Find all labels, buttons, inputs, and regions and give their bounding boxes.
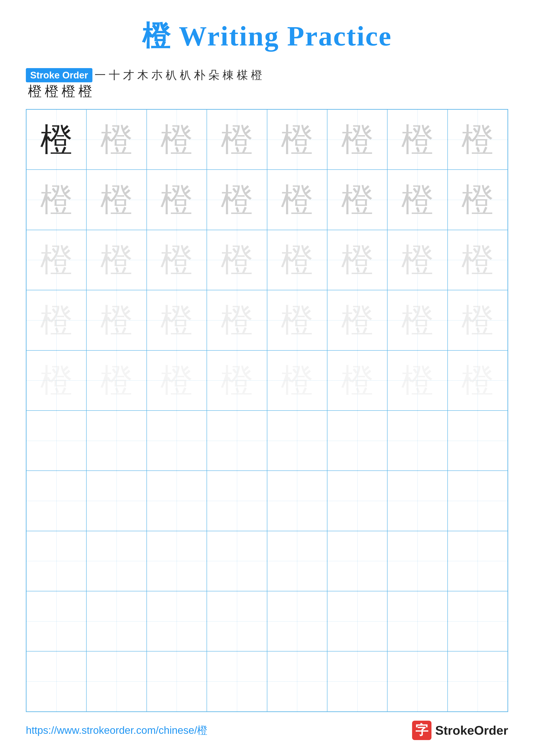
stroke-s6: 朳	[165, 69, 177, 81]
grid-cell: 橙	[327, 170, 387, 230]
grid-cell	[87, 651, 146, 712]
grid-cell: 橙	[147, 109, 207, 170]
practice-char: 橙	[100, 123, 133, 156]
grid-cell: 橙	[87, 350, 146, 411]
practice-char: 橙	[221, 184, 253, 216]
grid-cell: 橙	[207, 230, 267, 290]
stroke-r2-2: 橙	[45, 85, 59, 98]
grid-cell	[447, 471, 508, 531]
grid-cell: 橙	[147, 290, 207, 350]
practice-char: 橙	[100, 244, 133, 276]
practice-char: 橙	[40, 304, 73, 337]
practice-char: 橙	[161, 184, 193, 216]
grid-cell	[207, 651, 267, 712]
grid-cell	[207, 471, 267, 531]
grid-cell: 橙	[267, 290, 327, 350]
stroke-order-row2: 橙 橙 橙 橙	[26, 85, 508, 98]
grid-cell	[26, 471, 87, 531]
grid-cell: 橙	[327, 350, 387, 411]
practice-char: 橙	[40, 364, 73, 396]
grid-cell: 橙	[387, 170, 447, 230]
grid-cell: 橙	[207, 170, 267, 230]
practice-char: 橙	[341, 244, 373, 276]
page-title: 橙 Writing Practice	[142, 17, 392, 55]
practice-char: 橙	[461, 184, 494, 216]
grid-cell	[26, 591, 87, 651]
practice-char: 橙	[341, 123, 373, 156]
stroke-s8: 朴	[194, 69, 205, 81]
grid-cell: 橙	[387, 230, 447, 290]
logo-icon: 字	[412, 721, 431, 740]
grid-cell	[207, 531, 267, 591]
grid-cell: 橙	[447, 290, 508, 350]
grid-cell: 橙	[207, 290, 267, 350]
grid-cell	[26, 411, 87, 471]
grid-cell	[327, 531, 387, 591]
stroke-order-section: Stroke Order 一 十 才 木 朩 朳 朳 朴 朵 棟 楳 橙 橙 橙…	[26, 68, 508, 98]
grid-cell	[26, 651, 87, 712]
grid-cell: 橙	[147, 170, 207, 230]
grid-cell	[147, 531, 207, 591]
practice-char: 橙	[341, 184, 373, 216]
grid-cell	[87, 471, 146, 531]
grid-cell: 橙	[387, 350, 447, 411]
logo-char: 字	[415, 721, 428, 739]
page: 橙 Writing Practice Stroke Order 一 十 才 木 …	[0, 0, 534, 756]
stroke-s10: 棟	[222, 69, 234, 81]
footer: https://www.strokeorder.com/chinese/橙 字 …	[26, 712, 508, 740]
practice-char: 橙	[461, 364, 494, 396]
grid-cell	[327, 591, 387, 651]
stroke-chars-row1: 一 十 才 木 朩 朳 朳 朴 朵 棟 楳 橙	[94, 69, 262, 81]
grid-cell: 橙	[327, 290, 387, 350]
footer-url[interactable]: https://www.strokeorder.com/chinese/橙	[26, 723, 207, 737]
grid-cell: 橙	[26, 290, 87, 350]
grid-cell	[267, 531, 327, 591]
practice-char: 橙	[40, 123, 73, 156]
grid-cell	[87, 531, 146, 591]
grid-cell: 橙	[327, 109, 387, 170]
grid-cell	[87, 411, 146, 471]
stroke-s5: 朩	[151, 69, 163, 81]
grid-cell	[147, 411, 207, 471]
grid-cell	[387, 651, 447, 712]
practice-char: 橙	[281, 123, 313, 156]
grid-cell	[387, 531, 447, 591]
practice-char: 橙	[281, 364, 313, 396]
practice-char: 橙	[221, 123, 253, 156]
stroke-s9: 朵	[208, 69, 219, 81]
practice-char: 橙	[100, 364, 133, 396]
practice-char: 橙	[461, 304, 494, 337]
grid-cell: 橙	[447, 350, 508, 411]
grid-cell: 橙	[267, 170, 327, 230]
practice-char: 橙	[161, 364, 193, 396]
grid-cell: 橙	[387, 290, 447, 350]
stroke-s4: 木	[137, 69, 148, 81]
grid-cell	[267, 411, 327, 471]
practice-char: 橙	[161, 123, 193, 156]
grid-cell	[26, 531, 87, 591]
grid-cell	[207, 591, 267, 651]
grid-cell	[447, 591, 508, 651]
grid-cell	[387, 591, 447, 651]
stroke-s1: 一	[94, 69, 106, 81]
grid-cell: 橙	[327, 230, 387, 290]
grid-cell: 橙	[26, 109, 87, 170]
stroke-order-row1: Stroke Order 一 十 才 木 朩 朳 朳 朴 朵 棟 楳 橙	[26, 68, 508, 82]
stroke-s12: 橙	[251, 69, 262, 81]
grid-cell: 橙	[87, 170, 146, 230]
grid-cell: 橙	[447, 170, 508, 230]
grid-cell	[267, 471, 327, 531]
practice-char: 橙	[401, 364, 434, 396]
stroke-s2: 十	[109, 69, 120, 81]
grid-cell	[447, 411, 508, 471]
practice-char: 橙	[341, 304, 373, 337]
practice-char: 橙	[401, 244, 434, 276]
grid-cell	[447, 531, 508, 591]
grid-cell	[207, 411, 267, 471]
stroke-order-badge: Stroke Order	[26, 68, 92, 82]
grid-cell	[147, 471, 207, 531]
grid-cell: 橙	[26, 350, 87, 411]
practice-char: 橙	[341, 364, 373, 396]
grid-cell	[327, 651, 387, 712]
grid-cell: 橙	[207, 350, 267, 411]
